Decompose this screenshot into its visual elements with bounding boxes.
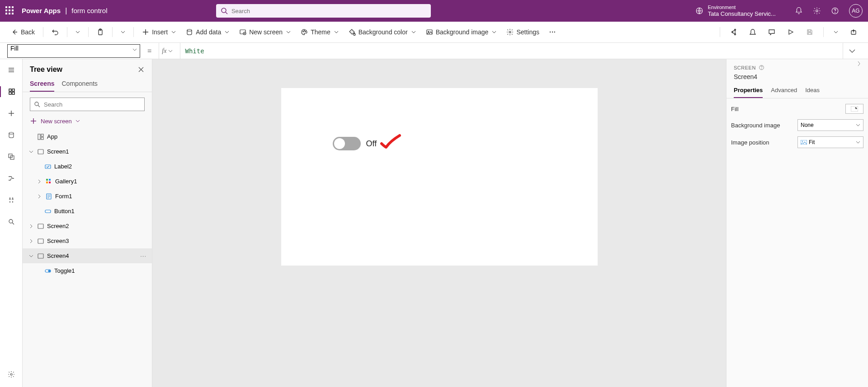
comments-icon[interactable] [764, 26, 779, 38]
formula-input[interactable] [180, 43, 838, 59]
chevron-right-icon[interactable] [36, 179, 42, 184]
svg-line-1 [226, 12, 227, 14]
search-input[interactable] [216, 4, 431, 18]
canvas-screen[interactable]: Off [281, 88, 598, 266]
chevron-right-icon[interactable] [28, 239, 34, 243]
undo-icon [52, 28, 59, 36]
app-checker-icon[interactable] [745, 26, 760, 38]
undo-dropdown[interactable] [72, 28, 84, 36]
app-icon [37, 133, 44, 140]
search-rail-icon[interactable] [0, 216, 22, 227]
treeview-rail-icon[interactable] [0, 86, 22, 97]
svg-point-0 [222, 8, 226, 13]
chevron-right-icon[interactable] [36, 194, 42, 199]
app-header: Power Apps | form control Environment Ta… [0, 0, 868, 22]
info-icon[interactable] [759, 65, 764, 70]
help-icon[interactable] [831, 7, 839, 15]
environment-selector[interactable]: Environment Tata Consultancy Servic... [695, 5, 776, 18]
context-label: SCREEN [734, 65, 756, 70]
bg-image-select[interactable]: None [797, 119, 863, 131]
new-screen-button[interactable]: New screen [236, 26, 294, 38]
publish-dropdown[interactable] [830, 28, 842, 36]
svg-point-3 [816, 10, 818, 12]
search-icon [221, 7, 228, 14]
share-icon[interactable] [726, 26, 741, 38]
add-data-button[interactable]: Add data [182, 26, 233, 38]
tab-advanced[interactable]: Advanced [771, 87, 797, 98]
tree-item-form1[interactable]: Form1 [23, 189, 152, 204]
settings-button[interactable]: Settings [503, 26, 543, 38]
palette-icon [301, 28, 308, 36]
label-icon [44, 163, 52, 170]
left-rail [0, 59, 23, 387]
chevron-down-icon[interactable] [28, 150, 34, 153]
tree-search-input[interactable] [30, 98, 145, 111]
tree-item-button1[interactable]: Button1 [23, 204, 152, 219]
waffle-icon[interactable] [5, 6, 14, 15]
gear-icon [506, 28, 514, 36]
data-rail-icon[interactable] [0, 130, 22, 140]
property-selector[interactable]: Fill [7, 44, 140, 58]
toggle-track[interactable] [333, 137, 361, 150]
toggle-control[interactable]: Off [333, 137, 377, 150]
formula-bar: Fill = fx [0, 43, 868, 59]
fill-label: Fill [731, 106, 842, 112]
canvas-area[interactable]: Off [152, 59, 726, 387]
back-button[interactable]: Back [7, 26, 38, 38]
chevron-down-icon [75, 31, 80, 33]
more-icon[interactable]: ··· [140, 252, 146, 259]
tree-item-label2[interactable]: Label2 [23, 159, 152, 174]
collapse-panel-icon[interactable] [857, 61, 861, 67]
fx-button[interactable]: fx [159, 43, 175, 59]
settings-gear-icon[interactable] [813, 7, 821, 15]
publish-icon[interactable] [846, 26, 861, 38]
svg-rect-22 [12, 89, 14, 91]
paste-button[interactable] [93, 26, 108, 38]
settings-rail-icon[interactable] [0, 369, 22, 380]
svg-point-12 [304, 30, 305, 31]
notifications-icon[interactable] [795, 7, 803, 15]
theme-button[interactable]: Theme [297, 26, 342, 38]
tree-item-screen3[interactable]: Screen3 [23, 233, 152, 248]
file-name[interactable]: form control [71, 7, 107, 14]
paste-dropdown[interactable] [117, 28, 129, 36]
hamburger-icon[interactable] [0, 65, 22, 75]
tab-screens[interactable]: Screens [30, 77, 54, 92]
screen-icon [37, 223, 44, 230]
tree-item-screen1[interactable]: Screen1 [23, 144, 152, 159]
chevron-right-icon[interactable] [28, 224, 34, 228]
user-avatar[interactable]: AG [849, 4, 863, 18]
tree-item-screen4[interactable]: Screen4 ··· [23, 248, 152, 263]
tab-properties[interactable]: Properties [734, 87, 763, 98]
save-icon[interactable] [802, 26, 817, 38]
tree-item-app[interactable]: App [23, 129, 152, 144]
insert-rail-icon[interactable] [0, 108, 22, 119]
media-rail-icon[interactable] [0, 151, 22, 162]
flow-rail-icon[interactable] [0, 173, 22, 184]
tools-rail-icon[interactable] [0, 195, 22, 205]
tree-view-title: Tree view [30, 65, 137, 74]
svg-point-30 [35, 102, 38, 106]
close-icon[interactable] [137, 66, 145, 73]
chevron-down-icon[interactable] [28, 255, 34, 257]
button-icon [44, 208, 52, 215]
tree-item-screen2[interactable]: Screen2 [23, 219, 152, 233]
background-color-button[interactable]: Background color [345, 26, 420, 38]
tree-item-toggle1[interactable]: Toggle1 [23, 263, 152, 278]
tab-components[interactable]: Components [61, 77, 97, 92]
new-screen-link[interactable]: New screen [23, 115, 152, 129]
fill-color-button[interactable] [845, 104, 863, 114]
undo-button[interactable] [48, 26, 62, 38]
tree-item-gallery1[interactable]: Gallery1 [23, 174, 152, 189]
img-pos-select[interactable]: Fit [797, 136, 863, 148]
tab-ideas[interactable]: Ideas [805, 87, 820, 98]
expand-formula-button[interactable] [843, 43, 861, 59]
chevron-down-icon [834, 31, 838, 33]
chevron-down-icon [856, 124, 860, 126]
more-button[interactable]: ··· [546, 26, 560, 38]
svg-point-13 [305, 31, 306, 32]
background-image-button[interactable]: Background image [422, 26, 500, 38]
insert-button[interactable]: Insert [138, 26, 179, 38]
toggle-thumb [334, 138, 345, 149]
preview-icon[interactable] [783, 26, 798, 38]
